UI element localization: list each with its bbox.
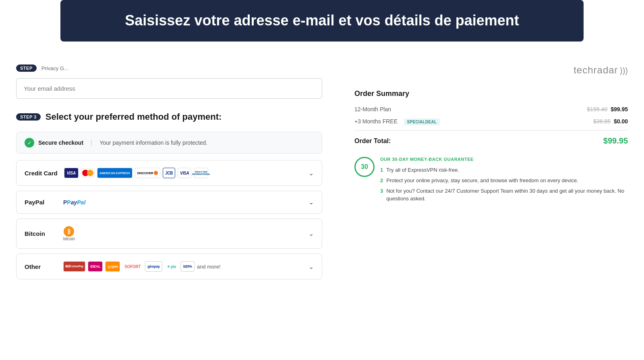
paypal-icons: PP ayPal <box>63 199 85 206</box>
bitcoin-icons: ₿ bitcoin <box>63 226 75 241</box>
sepa-icon: SEPA <box>180 261 195 272</box>
tooltip-overlay: Saisissez votre adresse e-mail et vos dé… <box>60 0 584 42</box>
bitcoin-chevron-icon: ⌄ <box>309 230 314 237</box>
order-12month-prices: $155.40 $99.95 <box>587 106 628 112</box>
main-content: STEP Privacy G... STEP 3 Select your pre… <box>0 0 644 292</box>
payment-option-bitcoin[interactable]: Bitcoin ₿ bitcoin ⌄ <box>16 218 322 249</box>
techradar-signal-arc: ))) <box>620 66 628 75</box>
visa-icon: VISA <box>64 168 79 178</box>
amex-icon: AMERICAN EXPRESS <box>97 168 133 178</box>
paypal-logo-icon: PP ayPal <box>63 199 85 206</box>
mastercard-icon <box>81 169 95 177</box>
order-total-label: Order Total: <box>354 137 391 145</box>
giropay-icon: giropay <box>145 261 162 272</box>
privacy-text: Privacy G... <box>41 65 68 71</box>
visa-alt-icon: VISA <box>178 168 191 178</box>
payment-option-credit-card[interactable]: Credit Card VISA AMERICAN EXPRESS <box>16 160 322 186</box>
secure-divider: | <box>91 139 92 146</box>
order-divider <box>354 130 628 131</box>
tooltip-text: Saisissez votre adresse e-mail et vos dé… <box>77 11 567 30</box>
guarantee-section: 30 OUR 30-DAY MONEY-BACK GUARANTEE 1 Try… <box>354 157 628 206</box>
payment-left-paypal: PayPal PP ayPal <box>25 199 85 206</box>
secure-checkmark-icon: ✓ <box>25 138 34 148</box>
payment-option-paypal[interactable]: PayPal PP ayPal ⌄ <box>16 191 322 214</box>
credit-card-label: Credit Card <box>25 170 58 177</box>
order-3months-prices: $38.85 $0.00 <box>593 118 628 125</box>
order-3months-price-old: $38.85 <box>593 118 611 125</box>
order-summary: Order Summary 12-Month Plan $155.40 $99.… <box>354 85 628 210</box>
guarantee-content: OUR 30-DAY MONEY-BACK GUARANTEE 1 Try al… <box>380 157 628 206</box>
order-row-3months: +3 Months FREE SPECIALDEAL $38.85 $0.00 <box>354 118 628 125</box>
bitcoin-coin-icon: ₿ <box>64 226 74 237</box>
special-deal-badge: SPECIALDEAL <box>404 119 440 125</box>
guarantee-num-2: 2 <box>380 177 383 184</box>
bitcoin-text-label: bitcoin <box>63 237 75 241</box>
paypal-chevron-icon: ⌄ <box>309 198 314 206</box>
payment-left-other: Other 银联 UnionPay iDEAL Q QIWI SOFORT gi… <box>25 261 221 272</box>
credit-card-chevron-icon: ⌄ <box>309 169 314 177</box>
order-12month-label: 12-Month Plan <box>354 106 584 112</box>
jcb-icon: JCB <box>163 168 175 178</box>
techradar-text: techradar <box>574 65 618 75</box>
and-more-text: and more! <box>197 264 221 270</box>
order-total-price: $99.95 <box>603 136 628 146</box>
payment-left-bitcoin: Bitcoin ₿ bitcoin <box>25 226 75 241</box>
order-3months-price-new: $0.00 <box>614 118 628 125</box>
right-column: techradar&#(( ))) Order Summary 12-Month… <box>338 56 644 292</box>
secure-label: Secure checkout <box>38 139 83 146</box>
guarantee-num-1: 1 <box>380 166 383 174</box>
guarantee-title: OUR 30-DAY MONEY-BACK GUARANTEE <box>380 157 628 162</box>
bitcoin-label: Bitcoin <box>25 230 57 237</box>
discover-icon: DISCOVER <box>135 168 160 178</box>
discover-dot <box>154 171 158 175</box>
credit-card-icons: VISA AMERICAN EXPRESS DISCOVER <box>64 168 209 178</box>
sofort-icon: SOFORT <box>122 261 143 272</box>
left-column: STEP Privacy G... STEP 3 Select your pre… <box>0 56 338 292</box>
secure-description: Your payment information is fully protec… <box>99 139 207 146</box>
order-3months-label: +3 Months FREE SPECIALDEAL <box>354 118 590 125</box>
top-bar: STEP Privacy G... <box>16 65 322 72</box>
email-input[interactable] <box>16 78 322 99</box>
order-12month-price-old: $155.40 <box>587 106 608 112</box>
step3-row: STEP 3 Select your preferred method of p… <box>16 112 322 122</box>
payment-left-credit-card: Credit Card VISA AMERICAN EXPRESS <box>25 168 208 178</box>
paypal-label: PayPal <box>25 199 57 206</box>
order-total-row: Order Total: $99.95 <box>354 136 628 146</box>
order-12month-price-new: $99.95 <box>611 106 628 112</box>
step-badge: STEP <box>16 65 37 72</box>
guarantee-num-3: 3 <box>380 187 383 202</box>
other-chevron-icon: ⌄ <box>309 263 314 271</box>
order-row-12month: 12-Month Plan $155.40 $99.95 <box>354 106 628 112</box>
qiwi-icon: Q QIWI <box>105 261 120 272</box>
payment-option-other[interactable]: Other 银联 UnionPay iDEAL Q QIWI SOFORT gi… <box>16 254 322 279</box>
guarantee-item-3: 3 Not for you? Contact our 24/7 Customer… <box>380 187 628 202</box>
other-icons: 银联 UnionPay iDEAL Q QIWI SOFORT giropay … <box>63 261 221 272</box>
guarantee-item-1: 1 Try all of ExpressVPN risk-free. <box>380 166 628 174</box>
page-wrapper: Saisissez votre adresse e-mail et vos dé… <box>0 0 644 360</box>
techradar-logo: techradar&#(( ))) <box>354 65 628 76</box>
mc-right <box>87 170 93 176</box>
guarantee-list: 1 Try all of ExpressVPN risk-free. 2 Pro… <box>380 166 628 202</box>
guarantee-item-2: 2 Protect your online privacy, stay secu… <box>380 177 628 184</box>
secure-checkout-bar: ✓ Secure checkout | Your payment informa… <box>16 132 322 154</box>
other-label: Other <box>25 263 57 270</box>
order-summary-title: Order Summary <box>354 89 628 98</box>
guarantee-badge-icon: 30 <box>354 157 375 177</box>
diners-icon: Diners Club INTERNATIONAL <box>194 168 208 178</box>
step3-badge: STEP 3 <box>16 113 41 121</box>
bitcoin-logo-group: ₿ bitcoin <box>63 226 75 241</box>
ideal-icon: iDEAL <box>88 261 103 272</box>
unionpay-icon: 银联 UnionPay <box>63 261 85 272</box>
step3-title: Select your preferred method of payment: <box>46 112 222 122</box>
pix-icon: ✦ pix <box>165 261 178 272</box>
